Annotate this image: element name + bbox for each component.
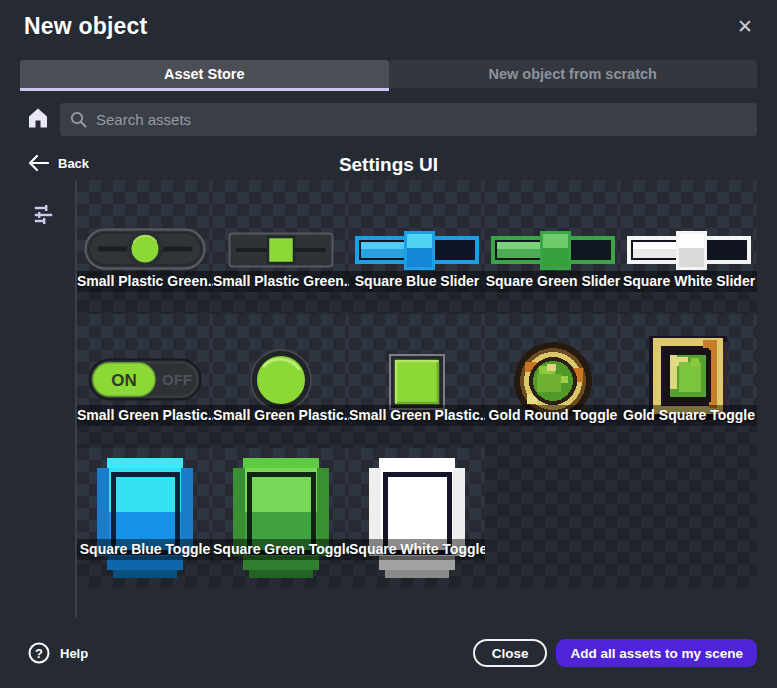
tab-bar: Asset Store New object from scratch bbox=[20, 60, 757, 88]
search-bar[interactable] bbox=[60, 103, 757, 136]
asset-tile-small-plastic-green-slider[interactable]: Small Plastic Green... bbox=[77, 180, 213, 292]
pill-slider-art bbox=[84, 228, 206, 270]
asset-tile-square-blue-slider[interactable]: Square Blue Slider bbox=[349, 180, 485, 292]
filter-button[interactable] bbox=[32, 202, 56, 226]
round-button-art bbox=[249, 348, 313, 412]
asset-name: Square White Slider bbox=[621, 271, 757, 292]
asset-tile-small-green-plastic-square[interactable]: Small Green Plastic... bbox=[349, 314, 485, 426]
asset-row: Small Plastic Green... Small Plastic Gre… bbox=[77, 180, 757, 292]
asset-tile-small-plastic-green-square-slider[interactable]: Small Plastic Green... bbox=[213, 180, 349, 292]
pixel-slider-white-art bbox=[625, 230, 753, 270]
asset-name: Gold Square Toggle bbox=[621, 405, 757, 426]
asset-name: Square Green Toggle bbox=[213, 539, 349, 560]
tab-asset-store[interactable]: Asset Store bbox=[20, 60, 389, 88]
asset-tile-square-green-slider[interactable]: Square Green Slider bbox=[485, 180, 621, 292]
asset-name: Gold Round Toggle bbox=[485, 405, 621, 426]
asset-tile-gold-round-toggle[interactable]: Gold Round Toggle bbox=[485, 314, 621, 426]
tab-from-scratch-label: New object from scratch bbox=[489, 66, 657, 82]
add-all-assets-button[interactable]: Add all assets to my scene bbox=[556, 639, 757, 667]
asset-name: Square Blue Toggle bbox=[77, 539, 213, 560]
asset-row: Square Blue Toggle Square Green Toggle bbox=[77, 448, 485, 560]
asset-tile-small-green-plastic-on-off[interactable]: ON OFF Small Green Plastic... bbox=[77, 314, 213, 426]
asset-name: Small Green Plastic... bbox=[213, 405, 349, 426]
tab-asset-store-label: Asset Store bbox=[164, 66, 245, 82]
pixel-toggle-white-art bbox=[369, 458, 465, 580]
on-off-toggle-art: ON OFF bbox=[88, 356, 202, 402]
close-icon[interactable]: ✕ bbox=[737, 17, 753, 36]
asset-tile-square-blue-toggle[interactable]: Square Blue Toggle bbox=[77, 448, 213, 560]
asset-name: Square White Toggle bbox=[349, 539, 485, 560]
help-label: Help bbox=[60, 646, 88, 661]
tab-new-object-from-scratch[interactable]: New object from scratch bbox=[389, 60, 758, 88]
asset-row: ON OFF Small Green Plastic... Small Gree… bbox=[77, 314, 757, 426]
asset-name: Small Plastic Green... bbox=[213, 271, 349, 292]
section-title: Settings UI bbox=[0, 154, 777, 176]
back-arrow-icon bbox=[28, 155, 49, 171]
help-circle-icon: ? bbox=[28, 642, 50, 664]
asset-tile-small-green-plastic-round[interactable]: Small Green Plastic... bbox=[213, 314, 349, 426]
tune-filter-icon bbox=[32, 202, 56, 226]
search-input[interactable] bbox=[96, 111, 747, 128]
asset-tile-square-green-toggle[interactable]: Square Green Toggle bbox=[213, 448, 349, 560]
asset-name: Small Green Plastic... bbox=[349, 405, 485, 426]
square-knob-slider-art bbox=[228, 232, 334, 268]
asset-tile-square-white-toggle[interactable]: Square White Toggle bbox=[349, 448, 485, 560]
asset-name: Small Green Plastic... bbox=[77, 405, 213, 426]
pixel-toggle-green-art bbox=[233, 458, 329, 580]
square-button-art bbox=[389, 354, 445, 410]
asset-name: Square Green Slider bbox=[485, 271, 621, 292]
svg-text:?: ? bbox=[35, 646, 43, 661]
back-label: Back bbox=[58, 156, 89, 171]
pixel-toggle-blue-art bbox=[97, 458, 193, 580]
search-icon bbox=[70, 111, 87, 128]
asset-name: Square Blue Slider bbox=[349, 271, 485, 292]
back-button[interactable]: Back bbox=[28, 155, 89, 171]
asset-grid: Small Plastic Green... Small Plastic Gre… bbox=[77, 180, 757, 588]
footer-actions: Close Add all assets to my scene bbox=[473, 639, 757, 667]
help-button[interactable]: ? Help bbox=[28, 642, 88, 664]
pixel-slider-green-art bbox=[489, 230, 617, 270]
active-tab-underline bbox=[20, 88, 389, 91]
svg-text:OFF: OFF bbox=[162, 371, 192, 388]
dialog-title: New object bbox=[24, 13, 147, 40]
asset-tile-square-white-slider[interactable]: Square White Slider bbox=[621, 180, 757, 292]
pixel-slider-blue-art bbox=[353, 230, 481, 270]
home-button[interactable] bbox=[26, 106, 50, 130]
svg-text:ON: ON bbox=[111, 371, 137, 390]
asset-name: Small Plastic Green... bbox=[77, 271, 213, 292]
home-icon bbox=[26, 106, 50, 130]
close-button[interactable]: Close bbox=[473, 639, 548, 667]
asset-tile-gold-square-toggle[interactable]: Gold Square Toggle bbox=[621, 314, 757, 426]
